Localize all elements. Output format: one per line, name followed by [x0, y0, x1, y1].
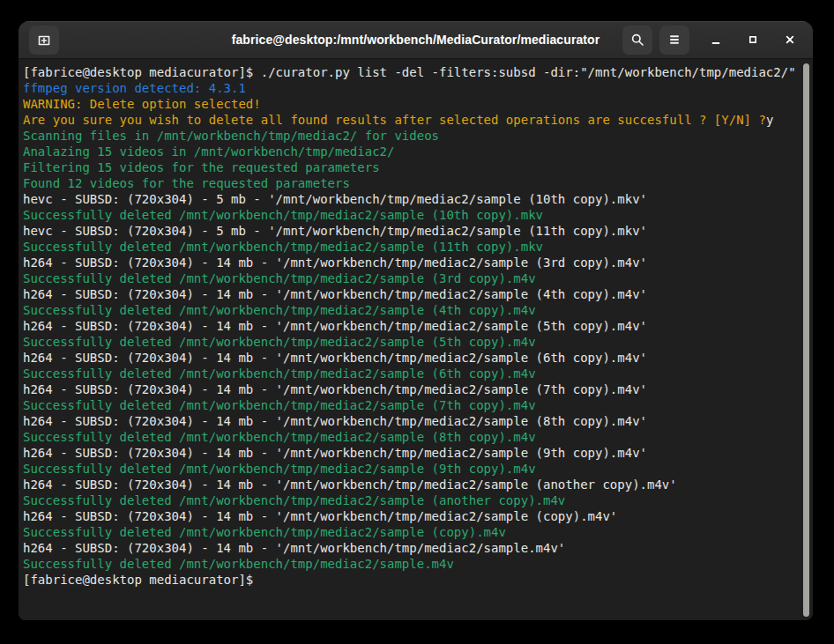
- maximize-button[interactable]: [742, 29, 763, 50]
- terminal-line: Successfully deleted /mnt/workbench/tmp/…: [23, 492, 813, 508]
- terminal-text-segment: Successfully deleted /mnt/workbench/tmp/…: [23, 303, 536, 317]
- terminal-line: Are you sure you wish to delete all foun…: [23, 112, 813, 128]
- scrollbar[interactable]: [801, 62, 812, 618]
- terminal-text-segment: Found 12 videos for the requested parame…: [23, 176, 350, 190]
- terminal-text-segment: hevc - SUBSD: (720x304) - 5 mb - '/mnt/w…: [23, 224, 647, 238]
- terminal-text-segment: h264 - SUBSD: (720x304) - 14 mb - '/mnt/…: [23, 541, 565, 555]
- new-tab-button[interactable]: [29, 26, 59, 55]
- search-button[interactable]: [622, 26, 652, 55]
- terminal-text-segment: Successfully deleted /mnt/workbench/tmp/…: [23, 430, 536, 444]
- terminal-text-segment: h264 - SUBSD: (720x304) - 14 mb - '/mnt/…: [23, 255, 647, 270]
- terminal-text-segment: h264 - SUBSD: (720x304) - 14 mb - '/mnt/…: [23, 382, 647, 396]
- terminal-line: h264 - SUBSD: (720x304) - 14 mb - '/mnt/…: [23, 255, 813, 270]
- terminal-text-segment: Successfully deleted /mnt/workbench/tmp/…: [23, 366, 536, 381]
- terminal-line: Successfully deleted /mnt/workbench/tmp/…: [23, 397, 813, 413]
- terminal-text-segment: Analazing 15 videos in /mnt/workbench/tm…: [23, 144, 394, 159]
- terminal-text-segment: h264 - SUBSD: (720x304) - 14 mb - '/mnt/…: [23, 509, 617, 523]
- window-title: fabrice@desktop:/mnt/workbench/MediaCura…: [232, 33, 600, 47]
- terminal-window: fabrice@desktop:/mnt/workbench/MediaCura…: [19, 21, 813, 620]
- terminal-line: hevc - SUBSD: (720x304) - 5 mb - '/mnt/w…: [23, 191, 813, 207]
- terminal-text-segment: Scanning files in /mnt/workbench/tmp/med…: [23, 129, 439, 143]
- terminal-line: hevc - SUBSD: (720x304) - 5 mb - '/mnt/w…: [23, 223, 813, 239]
- terminal-line: Successfully deleted /mnt/workbench/tmp/…: [23, 556, 813, 572]
- terminal-text-segment: Successfully deleted /mnt/workbench/tmp/…: [23, 208, 543, 222]
- terminal-line: Successfully deleted /mnt/workbench/tmp/…: [23, 461, 813, 477]
- terminal-line: Successfully deleted /mnt/workbench/tmp/…: [23, 239, 813, 255]
- terminal-text-segment: h264 - SUBSD: (720x304) - 14 mb - '/mnt/…: [23, 319, 647, 333]
- terminal-text-segment: h264 - SUBSD: (720x304) - 14 mb - '/mnt/…: [23, 287, 647, 301]
- terminal-line: [fabrice@desktop mediacurator]$: [23, 572, 813, 588]
- terminal-line: Successfully deleted /mnt/workbench/tmp/…: [23, 334, 813, 350]
- terminal-line: Scanning files in /mnt/workbench/tmp/med…: [23, 128, 813, 144]
- terminal-line: h264 - SUBSD: (720x304) - 14 mb - '/mnt/…: [23, 477, 813, 492]
- terminal-line: Successfully deleted /mnt/workbench/tmp/…: [23, 524, 813, 540]
- terminal-output[interactable]: [fabrice@desktop mediacurator]$ ./curato…: [19, 60, 813, 620]
- terminal-text-segment: Successfully deleted /mnt/workbench/tmp/…: [23, 525, 506, 539]
- terminal-text-segment: Successfully deleted /mnt/workbench/tmp/…: [23, 240, 543, 254]
- terminal-text-segment: WARNING: Delete option selected!: [23, 97, 261, 111]
- terminal-line: [fabrice@desktop mediacurator]$ ./curato…: [23, 64, 813, 80]
- terminal-line: h264 - SUBSD: (720x304) - 14 mb - '/mnt/…: [23, 540, 813, 556]
- terminal-line: h264 - SUBSD: (720x304) - 14 mb - '/mnt/…: [23, 413, 813, 429]
- terminal-line: Successfully deleted /mnt/workbench/tmp/…: [23, 270, 813, 286]
- terminal-text-segment: Successfully deleted /mnt/workbench/tmp/…: [23, 335, 536, 349]
- titlebar-controls: [622, 21, 800, 58]
- terminal-text-segment: Successfully deleted /mnt/workbench/tmp/…: [23, 493, 565, 507]
- menu-button[interactable]: [659, 26, 689, 55]
- maximize-icon: [746, 33, 760, 47]
- terminal-line: h264 - SUBSD: (720x304) - 14 mb - '/mnt/…: [23, 286, 813, 302]
- close-icon: [783, 33, 797, 47]
- terminal-line: Successfully deleted /mnt/workbench/tmp/…: [23, 207, 813, 223]
- terminal-text-segment: y: [766, 113, 773, 127]
- terminal-line: Successfully deleted /mnt/workbench/tmp/…: [23, 302, 813, 318]
- terminal-line: Successfully deleted /mnt/workbench/tmp/…: [23, 366, 813, 381]
- menu-icon: [667, 33, 681, 47]
- terminal-line: h264 - SUBSD: (720x304) - 14 mb - '/mnt/…: [23, 381, 813, 397]
- terminal-text-segment: h264 - SUBSD: (720x304) - 14 mb - '/mnt/…: [23, 477, 677, 492]
- terminal-text-segment: Are you sure you wish to delete all foun…: [23, 113, 766, 127]
- terminal-line: ffmpeg version detected: 4.3.1: [23, 80, 813, 96]
- terminal-line: h264 - SUBSD: (720x304) - 14 mb - '/mnt/…: [23, 350, 813, 366]
- terminal-text-segment: Successfully deleted /mnt/workbench/tmp/…: [23, 398, 536, 412]
- terminal-text-segment: h264 - SUBSD: (720x304) - 14 mb - '/mnt/…: [23, 351, 647, 365]
- terminal-text-segment: Successfully deleted /mnt/workbench/tmp/…: [23, 557, 454, 571]
- search-icon: [630, 33, 644, 47]
- terminal-line: h264 - SUBSD: (720x304) - 14 mb - '/mnt/…: [23, 508, 813, 524]
- terminal-line: Found 12 videos for the requested parame…: [23, 175, 813, 191]
- terminal-text-segment: h264 - SUBSD: (720x304) - 14 mb - '/mnt/…: [23, 414, 647, 428]
- terminal-line: Filtering 15 videos for the requested pa…: [23, 159, 813, 175]
- terminal-line: WARNING: Delete option selected!: [23, 96, 813, 112]
- new-tab-icon: [37, 33, 51, 47]
- terminal-text-segment: [fabrice@desktop mediacurator]$ ./curato…: [23, 65, 796, 79]
- terminal-line: Analazing 15 videos in /mnt/workbench/tm…: [23, 144, 813, 159]
- terminal-line: h264 - SUBSD: (720x304) - 14 mb - '/mnt/…: [23, 445, 813, 461]
- minimize-icon: [709, 33, 723, 47]
- terminal-text-segment: h264 - SUBSD: (720x304) - 14 mb - '/mnt/…: [23, 446, 647, 460]
- terminal-line: Successfully deleted /mnt/workbench/tmp/…: [23, 429, 813, 445]
- terminal-text-segment: Filtering 15 videos for the requested pa…: [23, 160, 380, 174]
- terminal-text-segment: Successfully deleted /mnt/workbench/tmp/…: [23, 271, 536, 285]
- terminal-text-segment: [fabrice@desktop mediacurator]$: [23, 573, 261, 587]
- terminal-text-segment: hevc - SUBSD: (720x304) - 5 mb - '/mnt/w…: [23, 192, 647, 206]
- titlebar[interactable]: fabrice@desktop:/mnt/workbench/MediaCura…: [19, 21, 813, 59]
- terminal-text-segment: Successfully deleted /mnt/workbench/tmp/…: [23, 462, 536, 476]
- close-button[interactable]: [779, 29, 800, 50]
- terminal-line: h264 - SUBSD: (720x304) - 14 mb - '/mnt/…: [23, 318, 813, 334]
- minimize-button[interactable]: [705, 29, 726, 50]
- scrollbar-thumb[interactable]: [803, 63, 809, 617]
- terminal-text-segment: ffmpeg version detected: 4.3.1: [23, 81, 246, 95]
